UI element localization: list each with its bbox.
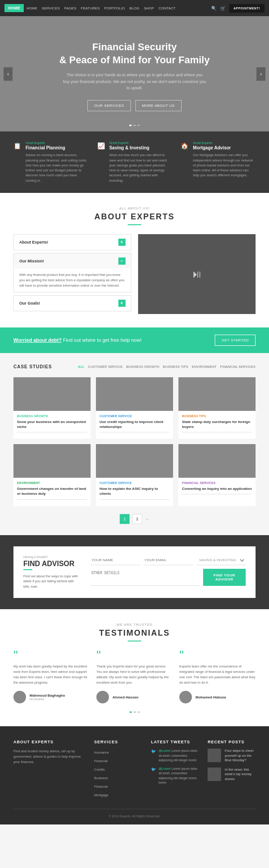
nav-link-features[interactable]: FEATURES (81, 6, 100, 10)
search-icon[interactable]: 🔍 (211, 6, 217, 11)
advisor-form-row-1: SAVING & INVESTING (91, 555, 246, 565)
more-about-us-button[interactable]: MORE ABOUT US (135, 100, 182, 111)
service-title-2: Saving & Investing (109, 145, 172, 150)
nav-link-home[interactable]: HOME (26, 6, 37, 10)
hero-dot-1[interactable] (130, 125, 132, 126)
case-card-4[interactable]: ENVIRONMENT Government changes on transf… (13, 444, 91, 506)
accordion-item-1: About Experts! + (13, 234, 131, 250)
footer-link-4[interactable]: Business (94, 776, 108, 780)
author-avatar-2 (96, 691, 109, 703)
accordion-header-3[interactable]: Our Goals! + (14, 296, 131, 311)
nav-link-contact[interactable]: CONTACT (158, 6, 175, 10)
our-services-button[interactable]: OUR SERVICES (87, 100, 130, 111)
case-card-6[interactable]: FINANCIAL SERVICES Converting an inquiry… (178, 444, 256, 506)
accordion-header-2[interactable]: Our Mission! − (14, 253, 131, 269)
footer-link-3[interactable]: Credits (94, 768, 105, 772)
filter-financial-services[interactable]: FINANCIAL SERVICES (220, 365, 256, 368)
case-title-5: How to explain the ASIC inquiry to clien… (100, 486, 169, 496)
filter-business-tips[interactable]: BUSINESS TIPS (163, 365, 188, 368)
debt-link[interactable]: Worried about debt? (13, 337, 61, 343)
accordion-body-2: With any financial product that you buy,… (14, 269, 131, 292)
footer-posts-col: RECENT POSTS Four steps to cheer yoursel… (208, 740, 256, 800)
advisor-category-select[interactable]: SAVING & INVESTING (196, 555, 246, 565)
post-title-1[interactable]: Four steps to cheer yourself up on the B… (225, 749, 256, 763)
footer: ABOUT EXPERTS Find and trusted money adv… (0, 726, 269, 824)
advisor-form-row-2: FIND YOUR ADVISOR (91, 569, 246, 586)
nav-link-services[interactable]: SERVICES (42, 6, 60, 10)
recent-post-1: Four steps to cheer yourself up on the B… (208, 749, 256, 764)
nav-link-pages[interactable]: PAGES (64, 6, 76, 10)
nav-link-portfolio[interactable]: PORTFOLIO (104, 6, 125, 10)
nav-link-blog[interactable]: BLOG (129, 6, 139, 10)
footer-about-title: ABOUT EXPERTS (13, 740, 85, 744)
about-video[interactable]: ⏯ (138, 234, 256, 314)
video-play-icon[interactable]: ⏯ (191, 268, 202, 280)
accordion-header-1[interactable]: About Experts! + (14, 235, 131, 250)
tweet-link-1[interactable]: @Lorem (159, 749, 171, 752)
about-accordion: About Experts! + Our Mission! − With any… (13, 234, 131, 314)
service-desc-1: Advice on running a bank account, planni… (26, 153, 88, 183)
find-advisor-section: Having a trouble? FIND ADVISOR Find out … (0, 535, 269, 609)
recent-post-2: In the news: this week's top money stori… (208, 768, 256, 783)
footer-link-6[interactable]: Mortgage (94, 793, 108, 797)
service-desc-3: Our Mortgage Advisors can offer you inde… (193, 153, 256, 178)
saving-investing-icon: 📈 (97, 142, 105, 149)
hero-dot-2[interactable] (134, 125, 136, 126)
appointment-button[interactable]: APPOINTMENT! (229, 4, 265, 13)
accordion-toggle-2[interactable]: − (118, 257, 126, 265)
case-divider-1 (17, 432, 87, 432)
footer-posts-title: RECENT POSTS (208, 740, 256, 744)
footer-bottom: © 2016 Experts. All Rights Reserved. (13, 809, 256, 818)
hero-next-arrow[interactable]: › (256, 67, 265, 81)
advisor-name-input[interactable] (91, 555, 140, 565)
filter-business-growth[interactable]: BUSINESS GROWTH (126, 365, 160, 368)
page-2[interactable]: 2 (132, 514, 142, 524)
case-card-1[interactable]: BUSINESS GROWTH Grow your business with … (13, 377, 91, 439)
case-studies-title: CASE STUDIES (13, 364, 52, 369)
cases-grid: BUSINESS GROWTH Grow your business with … (13, 377, 256, 506)
find-your-advisor-button[interactable]: FIND YOUR ADVISOR (203, 569, 246, 586)
t-dot-2[interactable] (134, 711, 136, 713)
debt-text: Worried about debt? Find out where to ge… (13, 337, 142, 343)
service-desc-2: Work out how much you can afford to save… (109, 153, 172, 183)
page-1[interactable]: 1 (120, 514, 130, 524)
footer-tweets-col: LATEST TWEETS 🐦 @Lorem Lorem ipsum dolor… (151, 740, 199, 800)
post-title-2[interactable]: In the news: this week's top money stori… (225, 768, 256, 782)
tweet-text-1: @Lorem Lorem ipsum dolor sit amet, conse… (159, 749, 199, 763)
case-body-5: CUSTOMER SERVICE How to explain the ASIC… (96, 478, 173, 506)
service-saving-investing: 📈 Great Experts Saving & Investing Work … (97, 141, 172, 183)
navbar: HOME HOME SERVICES PAGES FEATURES PORTFO… (0, 0, 269, 16)
case-card-2[interactable]: CUSTOMER SERVICE Use credit reporting to… (96, 377, 173, 439)
advisor-email-input[interactable] (143, 555, 193, 565)
footer-link-1[interactable]: Insurance (94, 750, 109, 755)
hero-buttons: OUR SERVICES MORE ABOUT US (27, 100, 242, 111)
service-tag-1: Great Experts (26, 141, 88, 144)
case-card-3[interactable]: BUSINESS TIPS State stamp duty surcharge… (178, 377, 256, 439)
page-next-arrow[interactable]: → (145, 516, 149, 521)
filter-environment[interactable]: ENVIRONMENT (192, 365, 217, 368)
nav-logo[interactable]: HOME (4, 4, 24, 12)
t-dot-1[interactable] (130, 711, 132, 713)
hero-subtitle: The choice is in your hands as to where … (63, 72, 206, 91)
hero-dot-3[interactable] (138, 125, 140, 126)
accordion-toggle-3[interactable]: + (118, 300, 126, 307)
advisor-left: Having a trouble? FIND ADVISOR Find out … (23, 555, 82, 589)
nav-link-shop[interactable]: SHOP (144, 6, 154, 10)
tweet-link-2[interactable]: @Lorem (159, 767, 171, 770)
get-started-button[interactable]: GET STARTED (215, 335, 256, 346)
filter-all[interactable]: ALL (78, 365, 85, 368)
filter-customer-service[interactable]: CUSTOMER SERVICE (88, 365, 122, 368)
advisor-details-input[interactable] (91, 569, 200, 586)
case-card-5[interactable]: CUSTOMER SERVICE How to explain the ASIC… (96, 444, 173, 506)
debt-banner: Worried about debt? Find out where to ge… (0, 327, 269, 353)
hero-prev-arrow[interactable]: ‹ (4, 67, 13, 81)
footer-link-2[interactable]: Financial (94, 759, 108, 763)
tweet-text-2: @Lorem Lorem ipsum dolor sit amet, conse… (159, 767, 199, 785)
advisor-divider (23, 569, 32, 570)
post-info-2: In the news: this week's top money stori… (225, 768, 256, 783)
t-dot-3[interactable] (138, 711, 140, 713)
accordion-toggle-1[interactable]: + (118, 239, 126, 246)
cart-icon[interactable]: 🛒 (220, 6, 226, 11)
case-divider-3 (182, 432, 252, 432)
footer-link-5[interactable]: Financial (94, 785, 108, 789)
